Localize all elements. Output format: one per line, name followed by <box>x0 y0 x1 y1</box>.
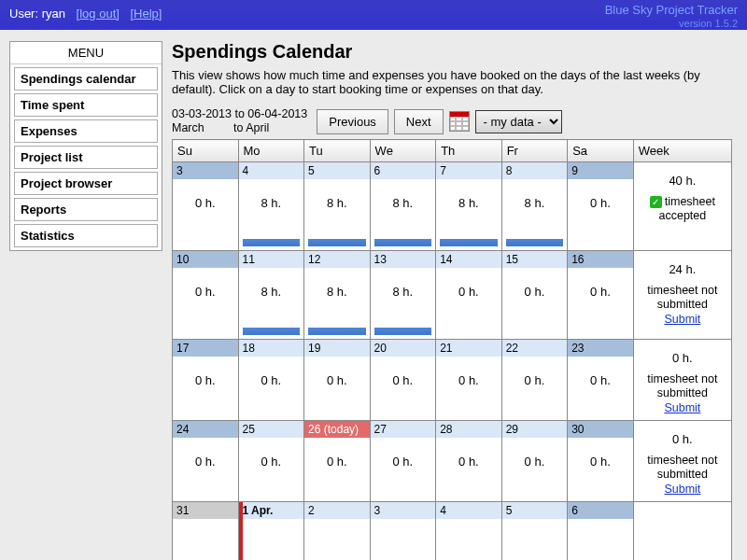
week-status: timesheet not submitted <box>638 372 727 400</box>
day-number: 3 <box>371 502 436 519</box>
menu-item-project-list[interactable]: Project list <box>14 146 158 169</box>
day-cell[interactable]: 118 h. <box>238 251 304 340</box>
day-number: 3 <box>173 162 238 179</box>
day-number: 30 <box>568 421 633 438</box>
day-number: 1 Apr. <box>239 502 304 519</box>
cal-header-we: We <box>370 140 436 162</box>
app-name: Blue Sky Project Tracker <box>605 4 738 17</box>
day-cell[interactable]: 68 h. <box>370 162 436 251</box>
day-cell[interactable]: 220 h. <box>501 340 568 421</box>
day-cell[interactable]: 210 h. <box>436 340 502 421</box>
day-hours: 0 h. <box>568 179 633 210</box>
help-link[interactable]: [Help] <box>131 7 162 21</box>
day-hours: 0 h. <box>371 438 436 469</box>
day-number: 24 <box>173 421 238 438</box>
day-number: 13 <box>371 251 436 268</box>
day-cell[interactable]: 6 <box>568 502 634 561</box>
day-cell[interactable]: 230 h. <box>568 340 634 421</box>
day-cell[interactable]: 240 h. <box>173 421 239 502</box>
day-number: 17 <box>173 340 238 357</box>
menu-item-spendings-calendar[interactable]: Spendings calendar <box>14 67 158 91</box>
day-hours-bar <box>374 239 432 246</box>
week-summary: 40 h.✓timesheet accepted <box>633 162 731 251</box>
day-hours-bar <box>308 239 366 246</box>
day-cell[interactable]: 270 h. <box>370 421 436 502</box>
day-hours: 0 h. <box>173 357 238 387</box>
month-from: March <box>172 121 204 134</box>
day-cell[interactable]: 128 h. <box>304 251 371 340</box>
day-number: 11 <box>239 251 304 268</box>
calendar-icon[interactable] <box>449 111 470 132</box>
day-cell[interactable]: 140 h. <box>436 251 502 340</box>
day-cell[interactable]: 160 h. <box>568 251 634 340</box>
day-number: 25 <box>239 421 304 438</box>
cal-header-sa: Sa <box>568 140 634 162</box>
day-number: 6 <box>568 502 633 519</box>
day-hours: 8 h. <box>304 268 370 299</box>
day-cell[interactable]: 2 <box>304 502 371 561</box>
day-cell[interactable]: 200 h. <box>370 340 436 421</box>
day-number: 16 <box>568 251 633 268</box>
day-cell[interactable]: 190 h. <box>304 340 371 421</box>
sidebar: MENU Spendings calendarTime spentExpense… <box>9 41 162 251</box>
day-cell[interactable]: 30 h. <box>173 162 239 251</box>
day-hours: 0 h. <box>173 179 238 210</box>
menu-item-expenses[interactable]: Expenses <box>14 119 158 143</box>
day-hours-bar <box>243 328 301 335</box>
day-hours: 8 h. <box>239 179 304 210</box>
day-cell[interactable]: 250 h. <box>238 421 304 502</box>
day-hours: 0 h. <box>502 357 568 387</box>
submit-timesheet-link[interactable]: Submit <box>664 401 700 414</box>
day-cell[interactable]: 180 h. <box>238 340 304 421</box>
cal-header-week: Week <box>633 140 731 162</box>
submit-timesheet-link[interactable]: Submit <box>664 483 700 496</box>
day-cell[interactable]: 4 <box>436 502 502 561</box>
day-cell[interactable]: 1 Apr. <box>238 502 304 561</box>
day-cell[interactable]: 150 h. <box>501 251 568 340</box>
date-from: 03-03-2013 <box>172 107 232 120</box>
day-cell[interactable]: 3 <box>370 502 436 561</box>
submit-timesheet-link[interactable]: Submit <box>664 313 700 326</box>
week-hours: 0 h. <box>638 432 727 446</box>
menu-item-reports[interactable]: Reports <box>14 198 158 221</box>
cal-header-th: Th <box>436 140 502 162</box>
day-cell[interactable]: 58 h. <box>304 162 371 251</box>
day-hours: 0 h. <box>436 438 501 469</box>
day-cell[interactable]: 26 (today)0 h. <box>304 421 371 502</box>
day-cell[interactable]: 31 <box>173 502 239 561</box>
day-hours: 0 h. <box>436 268 501 299</box>
day-cell[interactable]: 90 h. <box>568 162 634 251</box>
day-number: 21 <box>436 340 501 357</box>
day-cell[interactable]: 78 h. <box>436 162 502 251</box>
day-hours: 8 h. <box>436 179 501 210</box>
day-hours: 0 h. <box>304 438 370 469</box>
accepted-icon: ✓ <box>650 196 662 208</box>
previous-button[interactable]: Previous <box>317 109 388 134</box>
day-cell[interactable]: 48 h. <box>238 162 304 251</box>
day-cell[interactable]: 5 <box>501 502 568 561</box>
calendar-table: SuMoTuWeThFrSaWeek 30 h.48 h.58 h.68 h.7… <box>172 139 732 560</box>
next-button[interactable]: Next <box>394 109 444 134</box>
day-cell[interactable]: 170 h. <box>173 340 239 421</box>
day-cell[interactable]: 280 h. <box>436 421 502 502</box>
day-cell[interactable]: 290 h. <box>501 421 568 502</box>
cal-header-tu: Tu <box>304 140 371 162</box>
day-cell[interactable]: 88 h. <box>501 162 568 251</box>
day-number: 5 <box>502 502 568 519</box>
day-cell[interactable]: 100 h. <box>173 251 239 340</box>
main-content: Spendings Calendar This view shows how m… <box>172 41 738 560</box>
day-hours: 0 h. <box>502 438 568 469</box>
week-summary: 0 h.timesheet not submittedSubmit <box>633 421 731 502</box>
date-to: to 06-04-2013 <box>234 107 307 120</box>
day-number: 10 <box>173 251 238 268</box>
logout-link[interactable]: [log out] <box>77 7 120 21</box>
menu-item-time-spent[interactable]: Time spent <box>14 93 158 117</box>
data-scope-select[interactable]: - my data - <box>475 110 562 133</box>
day-cell[interactable]: 300 h. <box>568 421 634 502</box>
user-label: User: <box>9 7 38 21</box>
day-number: 4 <box>239 162 304 179</box>
menu-item-project-browser[interactable]: Project browser <box>14 172 158 195</box>
day-hours-bar <box>440 239 498 246</box>
menu-item-statistics[interactable]: Statistics <box>14 224 158 247</box>
day-cell[interactable]: 138 h. <box>370 251 436 340</box>
